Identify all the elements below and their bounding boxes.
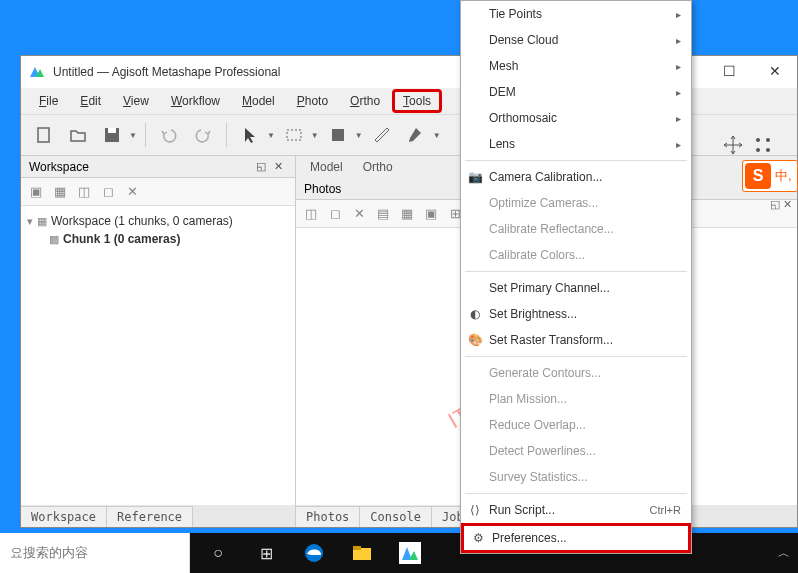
menu-set-brightness[interactable]: ◐Set Brightness...	[461, 301, 691, 327]
system-tray[interactable]: ︿	[770, 545, 798, 562]
menu-reduce-overlap[interactable]: Reduce Overlap...	[461, 412, 691, 438]
panel-pin-icon[interactable]: ◱ ✕	[770, 198, 792, 211]
tab-reference[interactable]: Reference	[107, 506, 193, 527]
menu-detect-powerlines[interactable]: Detect Powerlines...	[461, 438, 691, 464]
pointer-dropdown-icon[interactable]: ▼	[267, 131, 275, 140]
svg-rect-3	[287, 130, 301, 140]
disable-icon[interactable]: ◻	[97, 181, 119, 203]
add-photos-icon[interactable]: ▦	[49, 181, 71, 203]
tab-photos[interactable]: Photos	[296, 506, 360, 527]
close-button[interactable]: ✕	[752, 55, 798, 87]
panel-restore-icon[interactable]: ◱	[252, 160, 270, 173]
metashape-taskbar-icon[interactable]	[386, 533, 434, 573]
task-view-icon[interactable]: ⊞	[242, 533, 290, 573]
view-tab-ortho[interactable]: Ortho	[353, 157, 403, 177]
camera-icon: 📷	[467, 170, 483, 184]
menu-separator	[465, 493, 687, 494]
menu-survey-statistics[interactable]: Survey Statistics...	[461, 464, 691, 490]
region-dropdown-icon[interactable]: ▼	[355, 131, 363, 140]
photo-tool-icon[interactable]: ✕	[348, 203, 370, 225]
svg-rect-12	[399, 542, 421, 564]
menu-view[interactable]: View	[113, 91, 159, 111]
panel-close-icon[interactable]: ✕	[270, 160, 287, 173]
menu-orthomosaic[interactable]: Orthomosaic▸	[461, 105, 691, 131]
select-dropdown-icon[interactable]: ▼	[311, 131, 319, 140]
grid-tool-icon[interactable]	[752, 134, 774, 156]
menu-tie-points[interactable]: Tie Points▸	[461, 1, 691, 27]
select-rect-icon[interactable]	[279, 120, 309, 150]
chunk-icon: ▩	[49, 233, 59, 246]
edge-icon[interactable]	[290, 533, 338, 573]
tab-workspace[interactable]: Workspace	[21, 506, 107, 527]
undo-icon[interactable]	[154, 120, 184, 150]
move-tool-icon[interactable]	[722, 134, 744, 156]
menu-set-primary-channel[interactable]: Set Primary Channel...	[461, 275, 691, 301]
menu-workflow[interactable]: Workflow	[161, 91, 230, 111]
open-icon[interactable]	[63, 120, 93, 150]
workspace-toolbar: ▣ ▦ ◫ ◻ ✕	[21, 178, 295, 206]
marker-dropdown-icon[interactable]: ▼	[433, 131, 441, 140]
explorer-icon[interactable]	[338, 533, 386, 573]
enable-icon[interactable]: ◫	[73, 181, 95, 203]
tray-chevron-icon[interactable]: ︿	[778, 545, 790, 562]
maximize-button[interactable]: ☐	[706, 55, 752, 87]
menu-ortho[interactable]: Ortho	[340, 91, 390, 111]
view-tab-model[interactable]: Model	[300, 157, 353, 177]
workspace-panel-title: Workspace	[29, 160, 89, 174]
photo-tool-icon[interactable]: ◫	[300, 203, 322, 225]
add-chunk-icon[interactable]: ▣	[25, 181, 47, 203]
workspace-panel: Workspace ◱ ✕ ▣ ▦ ◫ ◻ ✕ ▾ ▦ Workspace (1…	[21, 156, 296, 527]
save-dropdown-icon[interactable]: ▼	[129, 131, 137, 140]
menu-set-raster-transform[interactable]: 🎨Set Raster Transform...	[461, 327, 691, 353]
brightness-icon: ◐	[467, 307, 483, 321]
ruler-icon[interactable]	[367, 120, 397, 150]
remove-icon[interactable]: ✕	[121, 181, 143, 203]
menu-dem[interactable]: DEM▸	[461, 79, 691, 105]
menu-dense-cloud[interactable]: Dense Cloud▸	[461, 27, 691, 53]
save-icon[interactable]	[97, 120, 127, 150]
expand-icon[interactable]: ▾	[27, 215, 33, 228]
gear-icon: ⚙	[470, 531, 486, 545]
menu-separator	[465, 356, 687, 357]
photo-tool-icon[interactable]: ▦	[396, 203, 418, 225]
svg-point-8	[766, 148, 770, 152]
menu-edit[interactable]: Edit	[70, 91, 111, 111]
cortana-icon[interactable]: ○	[194, 533, 242, 573]
menu-photo[interactable]: Photo	[287, 91, 338, 111]
region-icon[interactable]	[323, 120, 353, 150]
pointer-icon[interactable]	[235, 120, 265, 150]
menu-generate-contours[interactable]: Generate Contours...	[461, 360, 691, 386]
svg-rect-2	[108, 128, 116, 133]
svg-rect-4	[332, 129, 344, 141]
tab-console[interactable]: Console	[360, 506, 432, 527]
menu-camera-calibration[interactable]: 📷Camera Calibration...	[461, 164, 691, 190]
photo-tool-icon[interactable]: ▤	[372, 203, 394, 225]
palette-icon: 🎨	[467, 333, 483, 347]
taskbar-search[interactable]: 요搜索的内容	[0, 533, 190, 573]
ime-badge[interactable]: S 中,	[742, 160, 798, 192]
workspace-tree[interactable]: ▾ ▦ Workspace (1 chunks, 0 cameras) ▩ Ch…	[21, 206, 295, 505]
menu-plan-mission[interactable]: Plan Mission...	[461, 386, 691, 412]
menu-preferences[interactable]: ⚙Preferences...	[464, 526, 688, 550]
photo-tool-icon[interactable]: ◻	[324, 203, 346, 225]
app-logo-icon	[29, 64, 45, 80]
photo-tool-icon[interactable]: ▣	[420, 203, 442, 225]
redo-icon[interactable]	[188, 120, 218, 150]
menu-tools[interactable]: Tools	[392, 89, 442, 113]
svg-point-5	[756, 138, 760, 142]
tree-chunk[interactable]: ▩ Chunk 1 (0 cameras)	[27, 230, 289, 248]
menu-calibrate-reflectance[interactable]: Calibrate Reflectance...	[461, 216, 691, 242]
new-icon[interactable]	[29, 120, 59, 150]
menu-optimize-cameras[interactable]: Optimize Cameras...	[461, 190, 691, 216]
menu-file[interactable]: File	[29, 91, 68, 111]
svg-rect-11	[353, 546, 361, 550]
tree-root[interactable]: ▾ ▦ Workspace (1 chunks, 0 cameras)	[27, 212, 289, 230]
menu-mesh[interactable]: Mesh▸	[461, 53, 691, 79]
svg-point-7	[756, 148, 760, 152]
marker-icon[interactable]	[401, 120, 431, 150]
menu-run-script[interactable]: ⟨⟩Run Script...Ctrl+R	[461, 497, 691, 523]
menu-lens[interactable]: Lens▸	[461, 131, 691, 157]
menu-calibrate-colors[interactable]: Calibrate Colors...	[461, 242, 691, 268]
menu-model[interactable]: Model	[232, 91, 285, 111]
tools-dropdown: Tie Points▸ Dense Cloud▸ Mesh▸ DEM▸ Orth…	[460, 0, 692, 554]
